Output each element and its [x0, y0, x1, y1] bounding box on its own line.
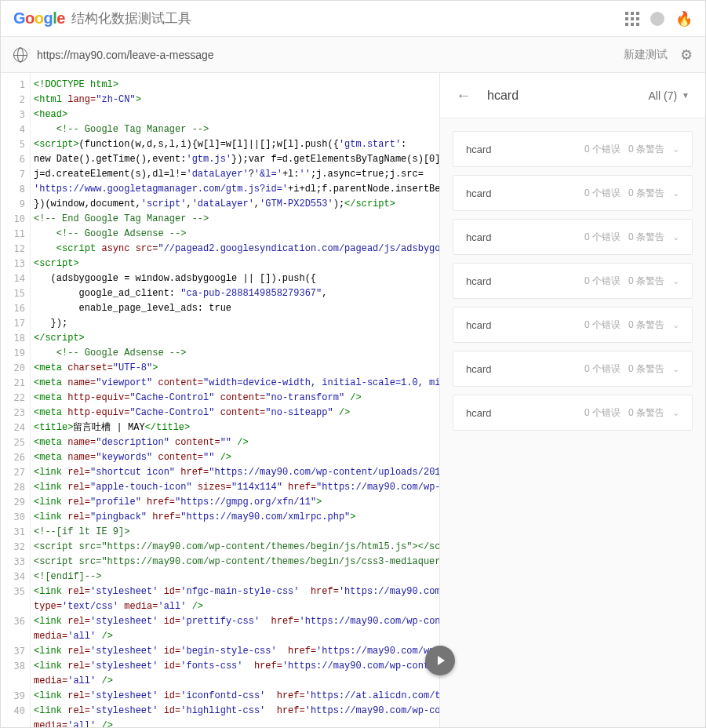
- card-title: hcard: [466, 187, 492, 199]
- line-numbers: 1 2 3 4 5 6 7 8 9 10 11 12 13 14 15 16 1…: [1, 73, 31, 727]
- source-code-panel[interactable]: 1 2 3 4 5 6 7 8 9 10 11 12 13 14 15 16 1…: [1, 73, 440, 727]
- results-header: ← hcard All (7) ▼: [440, 73, 705, 118]
- card-errors: 0 个错误: [584, 362, 620, 376]
- tested-url: https://may90.com/leave-a-message: [37, 49, 214, 61]
- play-icon: [438, 656, 445, 665]
- run-button[interactable]: [425, 646, 455, 675]
- notifications-icon[interactable]: [650, 12, 664, 26]
- card-title: hcard: [466, 319, 492, 331]
- result-card[interactable]: hcard 0 个错误 0 条警告 ⌄: [453, 219, 693, 255]
- card-title: hcard: [466, 144, 492, 155]
- card-warnings: 0 条警告: [628, 275, 664, 288]
- results-title: hcard: [487, 89, 519, 103]
- result-card[interactable]: hcard 0 个错误 0 条警告 ⌄: [453, 263, 693, 299]
- card-warnings: 0 条警告: [628, 231, 664, 244]
- results-panel: ← hcard All (7) ▼ hcard 0 个错误 0 条警告 ⌄ hc…: [440, 73, 705, 727]
- chevron-down-icon: ⌄: [672, 232, 679, 242]
- profile-icon[interactable]: 🔥: [675, 10, 693, 27]
- apps-grid-icon[interactable]: [625, 12, 639, 26]
- result-card[interactable]: hcard 0 个错误 0 条警告 ⌄: [453, 131, 693, 167]
- card-warnings: 0 条警告: [628, 187, 664, 200]
- settings-icon[interactable]: ⚙: [680, 46, 693, 64]
- toolbar: https://may90.com/leave-a-message 新建测试 ⚙: [1, 37, 705, 73]
- result-card[interactable]: hcard 0 个错误 0 条警告 ⌄: [453, 175, 693, 211]
- main-area: 1 2 3 4 5 6 7 8 9 10 11 12 13 14 15 16 1…: [1, 73, 705, 727]
- card-title: hcard: [466, 231, 492, 243]
- chevron-down-icon: ▼: [682, 91, 690, 100]
- card-warnings: 0 条警告: [628, 362, 664, 376]
- app-header: Google 结构化数据测试工具 🔥: [1, 1, 705, 37]
- google-logo: Google: [13, 9, 65, 27]
- filter-dropdown[interactable]: All (7) ▼: [649, 89, 690, 102]
- card-errors: 0 个错误: [584, 187, 620, 200]
- chevron-down-icon: ⌄: [672, 320, 679, 330]
- result-card[interactable]: hcard 0 个错误 0 条警告 ⌄: [453, 395, 693, 431]
- card-title: hcard: [466, 275, 492, 287]
- chevron-down-icon: ⌄: [672, 364, 679, 374]
- result-card[interactable]: hcard 0 个错误 0 条警告 ⌄: [453, 351, 693, 387]
- app-title: 结构化数据测试工具: [71, 9, 191, 27]
- new-test-button[interactable]: 新建测试: [624, 48, 668, 62]
- card-errors: 0 个错误: [584, 143, 620, 156]
- filter-label: All (7): [649, 89, 678, 102]
- result-cards: hcard 0 个错误 0 条警告 ⌄ hcard 0 个错误 0 条警告 ⌄ …: [440, 118, 705, 443]
- chevron-down-icon: ⌄: [672, 144, 679, 155]
- card-errors: 0 个错误: [584, 318, 620, 332]
- card-warnings: 0 条警告: [628, 143, 664, 156]
- card-title: hcard: [466, 363, 492, 375]
- chevron-down-icon: ⌄: [672, 276, 679, 286]
- card-title: hcard: [466, 407, 492, 419]
- card-errors: 0 个错误: [584, 231, 620, 244]
- card-warnings: 0 条警告: [628, 318, 664, 332]
- chevron-down-icon: ⌄: [672, 408, 679, 418]
- card-warnings: 0 条警告: [628, 406, 664, 420]
- result-card[interactable]: hcard 0 个错误 0 条警告 ⌄: [453, 307, 693, 343]
- card-errors: 0 个错误: [584, 406, 620, 420]
- source-code[interactable]: <!DOCTYPE html> <html lang="zh-CN"> <hea…: [31, 73, 439, 727]
- globe-icon: [13, 48, 27, 62]
- card-errors: 0 个错误: [584, 275, 620, 288]
- back-arrow-icon[interactable]: ←: [456, 86, 471, 104]
- chevron-down-icon: ⌄: [672, 188, 679, 198]
